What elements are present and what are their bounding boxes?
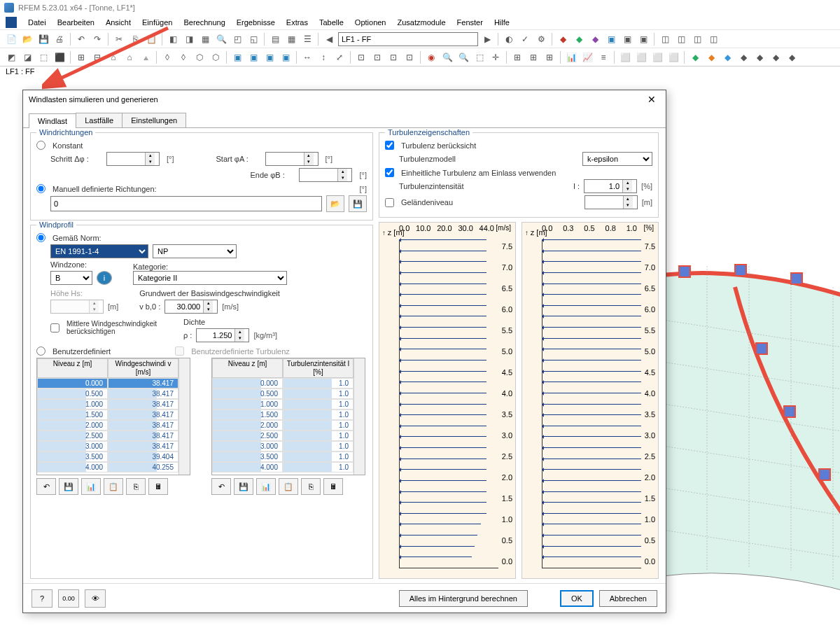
tb-icon[interactable]: ⊞ [510,50,524,64]
radio-benutzer[interactable] [36,346,46,356]
tb-icon[interactable]: ◆ [556,32,570,46]
select-anhang[interactable]: NP [153,244,237,258]
check-turbulenz[interactable]: Turbulenz berücksicht [385,141,652,150]
tb-icon[interactable]: ◉ [424,50,438,64]
cut-icon[interactable]: ✂ [112,32,126,46]
table-row[interactable]: 1.0001.0 [212,399,354,410]
calc-background-button[interactable]: Alles im Hintergrund berechnen [399,590,528,607]
menu-berechnung[interactable]: Berechnung [178,17,230,28]
menu-fenster[interactable]: Fenster [451,17,489,28]
tb-icon[interactable]: ⊡ [370,50,384,64]
tb-icon[interactable]: ⊡ [386,50,400,64]
tb-icon[interactable]: ▣ [246,50,260,64]
paste-icon[interactable]: 📋 [144,32,158,46]
tb-icon[interactable]: ⊡ [402,50,416,64]
print-icon[interactable]: 🖨 [52,32,66,46]
table-row[interactable]: 3.00038.417 [37,441,178,451]
tab-einstellungen[interactable]: Einstellungen [122,113,186,127]
input-vb0[interactable]: ▴▾ [164,300,218,314]
tb-icon[interactable]: ⬜ [650,50,664,64]
prev-icon[interactable]: ◀ [322,32,336,46]
tb-icon[interactable]: ⬜ [666,50,680,64]
tb-icon[interactable]: 🔍 [456,50,470,64]
save-icon[interactable]: 💾 [36,32,50,46]
tb-icon[interactable]: ⬡ [209,50,223,64]
tb-icon[interactable]: ◆ [720,50,734,64]
tb-icon[interactable]: ◆ [588,32,602,46]
tb-icon[interactable]: ▦ [198,32,212,46]
save-icon[interactable]: 💾 [349,195,367,212]
tb-icon[interactable]: ⚙ [534,32,548,46]
copy-icon[interactable]: ⎘ [128,32,142,46]
tb-icon[interactable]: ◆ [752,50,766,64]
table-row[interactable]: 2.0001.0 [212,420,354,430]
menu-hilfe[interactable]: Hilfe [489,17,515,28]
tb-icon[interactable]: ⊞ [526,50,540,64]
open-icon[interactable]: 📂 [20,32,34,46]
tb-icon[interactable]: ↕ [316,50,330,64]
table-row[interactable]: 4.0001.0 [212,462,354,472]
table-row[interactable]: 0.0001.0 [212,378,354,388]
check-einheitlich[interactable]: Einheitliche Turbulenz am Einlass verwen… [385,168,652,177]
new-icon[interactable]: 📄 [4,32,18,46]
scrollbar[interactable] [354,358,365,475]
tb-icon[interactable]: ⬡ [192,50,206,64]
tb-icon[interactable]: ▣ [620,32,634,46]
view-icon[interactable]: 👁 [85,589,106,608]
tb-icon[interactable]: ✓ [518,32,532,46]
table-row[interactable]: 2.00038.417 [37,420,178,430]
tab-lastfaelle[interactable]: Lastfälle [76,113,122,127]
input-schritt[interactable]: ▴▾ [106,152,160,166]
menu-zusatzmodule[interactable]: Zusatzmodule [392,17,451,28]
scrollbar[interactable] [178,358,190,475]
tbl-btn[interactable]: ↶ [211,478,231,495]
input-start[interactable]: ▴▾ [265,152,318,166]
tbl-btn[interactable]: 📋 [279,478,298,495]
cube-icon[interactable]: ⬚ [472,50,486,64]
table-row[interactable]: 0.5001.0 [212,388,354,399]
tbl-btn[interactable]: ⎘ [301,478,321,495]
redo-icon[interactable]: ↷ [90,32,104,46]
dialog-title-bar[interactable]: Windlasten simulieren und generieren ✕ [23,90,666,108]
menu-optionen[interactable]: Optionen [349,17,392,28]
menu-bearbeiten[interactable]: Bearbeiten [52,17,100,28]
loadcase-dropdown[interactable]: LF1 - FF [338,32,478,46]
tb-icon[interactable]: ◫ [658,32,672,46]
table-row[interactable]: 1.50038.417 [37,410,178,420]
units-icon[interactable]: 0.00 [58,589,79,608]
check-gelaende[interactable]: Geländeniveau ▴▾ [m] [385,195,652,209]
table-row[interactable]: 0.00038.417 [37,378,178,388]
tb-icon[interactable]: ◆ [688,50,702,64]
table-row[interactable]: 2.50038.417 [37,430,178,441]
tb-icon[interactable]: ⊟ [90,50,104,64]
table-row[interactable]: 4.00040.255 [37,462,178,472]
select-norm[interactable]: EN 1991-1-4 [50,244,148,258]
radio-norm[interactable] [36,233,46,242]
tb-icon[interactable]: ◰ [230,32,244,46]
tb-icon[interactable]: ↔ [300,50,314,64]
input-rho[interactable]: ▴▾ [196,328,249,342]
tb-icon[interactable]: ◆ [736,50,750,64]
grid-icon[interactable]: ▤ [268,32,282,46]
tb-icon[interactable]: ⟁ [139,50,153,64]
tb-icon[interactable]: ⬜ [618,50,632,64]
check-mittlere[interactable]: Mittlere Windgeschwindigkeit berücksicht… [50,320,162,335]
ok-button[interactable]: OK [560,590,594,607]
tb-icon[interactable]: ▣ [604,32,618,46]
tbl-btn[interactable]: 📋 [104,478,123,495]
tb-icon[interactable]: ◱ [246,32,260,46]
tbl-btn[interactable]: 🖩 [323,478,343,495]
tb-icon[interactable]: 📈 [580,50,594,64]
pick-icon[interactable]: 📂 [326,195,344,212]
next-icon[interactable]: ▶ [480,32,494,46]
table-row[interactable]: 3.0001.0 [212,441,354,451]
tb-icon[interactable]: ⬜ [634,50,648,64]
tb-icon[interactable]: ◫ [706,32,720,46]
input-manuell-richtungen[interactable] [50,196,322,211]
tb-icon[interactable]: ◪ [20,50,34,64]
tb-icon[interactable]: ◫ [674,32,688,46]
tb-icon[interactable]: ◆ [572,32,586,46]
tb-icon[interactable]: ◫ [690,32,704,46]
table-turbulenz[interactable]: Niveau z [m]Turbulenzintensität I [%] 0.… [212,358,354,475]
tb-icon[interactable]: ▣ [279,50,293,64]
